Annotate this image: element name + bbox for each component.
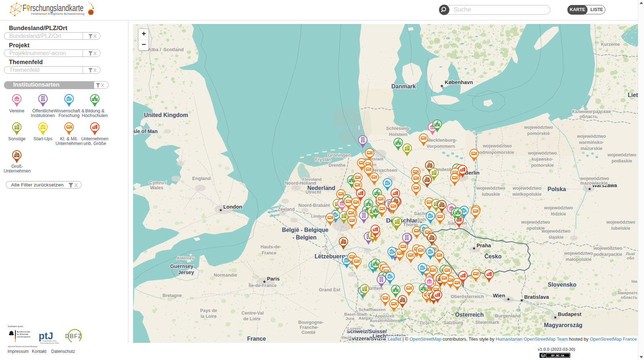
svg-text:Vorpommern: Vorpommern: [426, 143, 455, 149]
svg-text:Drenthe: Drenthe: [328, 163, 345, 168]
svg-text:область: область: [621, 295, 638, 300]
svg-text:United Kingdom: United Kingdom: [144, 112, 188, 118]
svg-text:Kurzeme: Kurzeme: [601, 42, 620, 47]
svg-text:Zeeland: Zeeland: [278, 207, 294, 212]
svg-text:Alba /: Alba /: [148, 47, 161, 52]
svg-text:Appenzell: Appenzell: [375, 314, 394, 318]
svg-text:województwo: województwo: [580, 176, 609, 181]
svg-text:Bourgogne-: Bourgogne-: [298, 320, 324, 325]
svg-text:Cymru /: Cymru /: [149, 180, 167, 185]
svg-text:Franche-: Franche-: [300, 325, 319, 330]
svg-text:Noord-Holland: Noord-Holland: [285, 181, 316, 186]
svg-text:województwo: województwo: [577, 134, 606, 139]
svg-text:Wien: Wien: [493, 293, 505, 298]
svg-text:województwo: województwo: [476, 186, 506, 191]
svg-text:Закарпатс: Закарпатс: [617, 291, 638, 295]
svg-text:województwo: województwo: [521, 220, 550, 225]
svg-text:Comté: Comté: [302, 330, 316, 335]
svg-text:województwo: województwo: [607, 152, 636, 157]
svg-text:Utrecht: Utrecht: [306, 190, 322, 195]
svg-text:pomorskie: pomorskie: [527, 131, 550, 136]
svg-text:England: England: [192, 176, 210, 181]
svg-text:Magyarország: Magyarország: [544, 322, 582, 328]
svg-text:Lëtzebuerg: Lëtzebuerg: [314, 253, 345, 259]
svg-text:Anh: Anh: [417, 217, 426, 222]
svg-text:województwo: województwo: [512, 186, 542, 191]
svg-text:Ausserrhoden: Ausserrhoden: [370, 318, 397, 323]
svg-text:Burgenland: Burgenland: [495, 313, 521, 318]
svg-text:Льві: Льві: [626, 252, 635, 256]
svg-text:Schaffhausen: Schaffhausen: [358, 307, 385, 312]
svg-text:Praha: Praha: [477, 243, 491, 248]
svg-text:Bundesministerium: Bundesministerium: [17, 331, 30, 333]
svg-text:Polska: Polska: [547, 186, 566, 192]
svg-text:Alderney: Alderney: [176, 256, 194, 260]
svg-text:chodniopomorskie: chodniopomorskie: [474, 150, 514, 155]
svg-text:Liet: Liet: [628, 92, 638, 98]
svg-text:pomorskie: pomorskie: [531, 163, 553, 168]
svg-text:Jersey: Jersey: [178, 269, 194, 275]
svg-text:śląskie: śląskie: [548, 235, 564, 240]
svg-text:und Klimaschutz: und Klimaschutz: [17, 336, 30, 338]
svg-text:BY-NC-SA: BY-NC-SA: [551, 354, 565, 357]
svg-text:Normandie: Normandie: [214, 273, 237, 278]
svg-text:Oberösterreich: Oberösterreich: [450, 294, 484, 299]
svg-text:województwo: województwo: [483, 143, 512, 149]
svg-text:lubelskie: lubelskie: [611, 226, 630, 231]
svg-text:Noord-Brabant: Noord-Brabant: [298, 203, 330, 208]
svg-text:Česko: Česko: [484, 253, 502, 259]
svg-text:Groningen: Groningen: [328, 153, 350, 158]
svg-text:für Wirtschaft: für Wirtschaft: [17, 333, 28, 335]
svg-text:Projektträger Jülich: Projektträger Jülich: [43, 340, 57, 342]
svg-text:Bretagne: Bretagne: [162, 293, 182, 298]
svg-text:warmińsko-: warmińsko-: [579, 140, 604, 145]
svg-text:België - Belgique: België - Belgique: [282, 227, 328, 233]
svg-text:Fryslân: Fryslân: [315, 157, 331, 162]
svg-text:- Belgien: - Belgien: [292, 234, 317, 240]
svg-text:Калининградская: Калининградская: [572, 109, 611, 114]
svg-text:Schleswig-: Schleswig-: [386, 126, 410, 131]
svg-text:DBFZ: DBFZ: [65, 333, 82, 339]
svg-text:Limburg: Limburg: [311, 214, 327, 218]
svg-text:область: область: [580, 114, 598, 119]
svg-text:Budapest: Budapest: [558, 311, 581, 317]
svg-text:Österreich: Österreich: [455, 311, 484, 318]
svg-text:Iва: Iва: [631, 279, 638, 283]
svg-text:Danmark: Danmark: [391, 83, 416, 89]
svg-text:województwo: województwo: [544, 205, 573, 210]
svg-text:Tirol: Tirol: [419, 320, 429, 326]
svg-text:Vaud: Vaud: [341, 335, 351, 340]
svg-text:Paris: Paris: [267, 276, 279, 282]
svg-text:Jura: Jura: [346, 316, 355, 321]
svg-text:France: France: [262, 250, 277, 256]
svg-text:Mecklenburg-: Mecklenburg-: [427, 137, 457, 143]
svg-text:Salzburg: Salzburg: [444, 320, 463, 325]
svg-text:Wales: Wales: [150, 185, 163, 190]
svg-text:podkarpackie: podkarpackie: [594, 252, 623, 257]
svg-text:Hauts-de-: Hauts-de-: [260, 244, 281, 249]
svg-text:województwo: województwo: [524, 125, 553, 130]
svg-text:województwo: województwo: [564, 251, 593, 256]
svg-text:województwo: województwo: [606, 220, 635, 225]
svg-text:cc: cc: [542, 354, 545, 357]
svg-text:Bratislava: Bratislava: [524, 294, 549, 300]
svg-text:małopolskie: małopolskie: [566, 257, 591, 262]
svg-text:Pays de: Pays de: [200, 308, 217, 313]
svg-text:łódzkie: łódzkie: [551, 211, 566, 217]
svg-text:sle of Man: sle of Man: [133, 128, 157, 134]
svg-text:Luzern: Luzern: [347, 326, 361, 331]
svg-text:de Loire: de Loire: [243, 316, 261, 321]
svg-text:France: France: [247, 336, 266, 342]
svg-text:Flevoland: Flevoland: [302, 177, 322, 181]
svg-text:Centre-Val: Centre-Val: [241, 311, 264, 316]
svg-text:Guernsey: Guernsey: [170, 263, 194, 269]
svg-text:la Loire: la Loire: [201, 314, 217, 319]
svg-text:Steiermark: Steiermark: [475, 320, 499, 325]
svg-text:mazowieckie: mazowieckie: [580, 181, 608, 186]
svg-text:kujawsko-: kujawsko-: [532, 157, 553, 162]
svg-text:Forschungszentrum Jülich: Forschungszentrum Jülich: [40, 342, 59, 344]
svg-text:London: London: [223, 204, 242, 210]
svg-text:Île-de-France: Île-de-France: [248, 283, 277, 288]
svg-text:Scotland: Scotland: [163, 47, 184, 52]
svg-text:Slovensko: Slovensko: [548, 282, 576, 288]
